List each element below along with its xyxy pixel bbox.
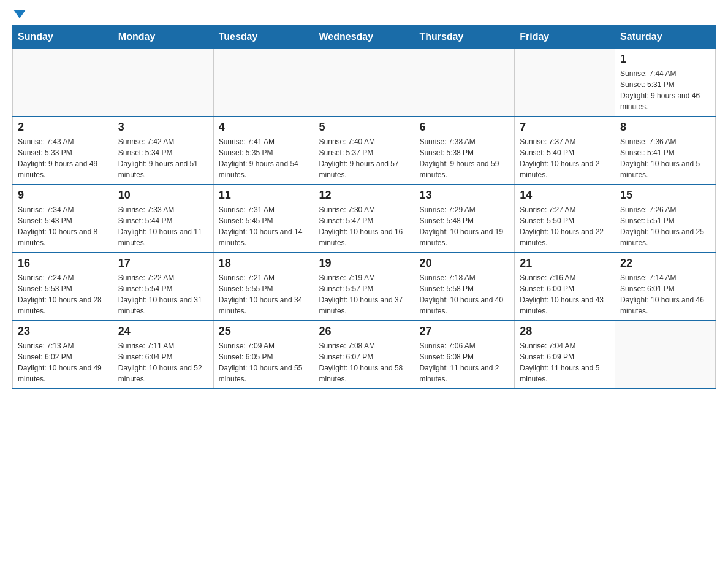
day-number: 23 <box>18 325 108 338</box>
day-number: 17 <box>118 257 208 270</box>
calendar-cell: 19Sunrise: 7:19 AM Sunset: 5:57 PM Dayli… <box>314 253 414 321</box>
day-info: Sunrise: 7:14 AM Sunset: 6:01 PM Dayligh… <box>620 272 710 316</box>
calendar-cell: 14Sunrise: 7:27 AM Sunset: 5:50 PM Dayli… <box>515 185 615 253</box>
day-number: 21 <box>520 257 610 270</box>
day-info: Sunrise: 7:13 AM Sunset: 6:02 PM Dayligh… <box>18 340 108 385</box>
calendar-cell: 18Sunrise: 7:21 AM Sunset: 5:55 PM Dayli… <box>213 253 314 321</box>
day-number: 13 <box>419 189 509 202</box>
day-info: Sunrise: 7:22 AM Sunset: 5:54 PM Dayligh… <box>118 272 208 316</box>
day-info: Sunrise: 7:27 AM Sunset: 5:50 PM Dayligh… <box>520 204 610 248</box>
day-number: 6 <box>419 121 509 134</box>
day-info: Sunrise: 7:04 AM Sunset: 6:09 PM Dayligh… <box>520 340 610 385</box>
day-info: Sunrise: 7:43 AM Sunset: 5:33 PM Dayligh… <box>18 136 108 180</box>
day-info: Sunrise: 7:31 AM Sunset: 5:45 PM Dayligh… <box>219 204 309 248</box>
calendar-week-row: 23Sunrise: 7:13 AM Sunset: 6:02 PM Dayli… <box>13 321 716 389</box>
col-header-friday: Friday <box>515 25 615 49</box>
calendar-cell <box>213 49 314 117</box>
day-number: 18 <box>219 257 309 270</box>
day-number: 20 <box>419 257 509 270</box>
day-number: 27 <box>419 325 509 338</box>
day-number: 3 <box>118 121 208 134</box>
day-number: 28 <box>520 325 610 338</box>
calendar-cell <box>314 49 414 117</box>
col-header-wednesday: Wednesday <box>314 25 414 49</box>
day-info: Sunrise: 7:36 AM Sunset: 5:41 PM Dayligh… <box>620 136 710 180</box>
day-number: 7 <box>520 121 610 134</box>
calendar-cell: 7Sunrise: 7:37 AM Sunset: 5:40 PM Daylig… <box>515 117 615 185</box>
col-header-sunday: Sunday <box>13 25 113 49</box>
day-info: Sunrise: 7:34 AM Sunset: 5:43 PM Dayligh… <box>18 204 108 248</box>
col-header-saturday: Saturday <box>615 25 716 49</box>
day-number: 26 <box>319 325 409 338</box>
logo-triangle-icon <box>13 10 26 18</box>
calendar-cell: 8Sunrise: 7:36 AM Sunset: 5:41 PM Daylig… <box>615 117 716 185</box>
calendar-cell: 26Sunrise: 7:08 AM Sunset: 6:07 PM Dayli… <box>314 321 414 389</box>
day-info: Sunrise: 7:41 AM Sunset: 5:35 PM Dayligh… <box>219 136 309 180</box>
day-number: 14 <box>520 189 610 202</box>
day-info: Sunrise: 7:42 AM Sunset: 5:34 PM Dayligh… <box>118 136 208 180</box>
calendar-cell: 16Sunrise: 7:24 AM Sunset: 5:53 PM Dayli… <box>13 253 113 321</box>
calendar-cell: 2Sunrise: 7:43 AM Sunset: 5:33 PM Daylig… <box>13 117 113 185</box>
calendar-week-row: 16Sunrise: 7:24 AM Sunset: 5:53 PM Dayli… <box>13 253 716 321</box>
day-info: Sunrise: 7:16 AM Sunset: 6:00 PM Dayligh… <box>520 272 610 316</box>
calendar-cell: 3Sunrise: 7:42 AM Sunset: 5:34 PM Daylig… <box>113 117 213 185</box>
day-info: Sunrise: 7:19 AM Sunset: 5:57 PM Dayligh… <box>319 272 409 316</box>
calendar-cell: 15Sunrise: 7:26 AM Sunset: 5:51 PM Dayli… <box>615 185 716 253</box>
calendar-week-row: 9Sunrise: 7:34 AM Sunset: 5:43 PM Daylig… <box>13 185 716 253</box>
day-number: 16 <box>18 257 108 270</box>
calendar-cell: 9Sunrise: 7:34 AM Sunset: 5:43 PM Daylig… <box>13 185 113 253</box>
calendar-cell: 27Sunrise: 7:06 AM Sunset: 6:08 PM Dayli… <box>414 321 515 389</box>
day-info: Sunrise: 7:29 AM Sunset: 5:48 PM Dayligh… <box>419 204 509 248</box>
calendar-header-row: SundayMondayTuesdayWednesdayThursdayFrid… <box>13 25 716 49</box>
day-number: 25 <box>219 325 309 338</box>
day-number: 4 <box>219 121 309 134</box>
logo <box>12 12 26 18</box>
day-info: Sunrise: 7:26 AM Sunset: 5:51 PM Dayligh… <box>620 204 710 248</box>
day-info: Sunrise: 7:44 AM Sunset: 5:31 PM Dayligh… <box>620 68 710 112</box>
calendar-cell <box>615 321 716 389</box>
day-number: 12 <box>319 189 409 202</box>
day-number: 10 <box>118 189 208 202</box>
calendar-cell: 6Sunrise: 7:38 AM Sunset: 5:38 PM Daylig… <box>414 117 515 185</box>
day-number: 15 <box>620 189 710 202</box>
day-info: Sunrise: 7:11 AM Sunset: 6:04 PM Dayligh… <box>118 340 208 385</box>
calendar-cell: 28Sunrise: 7:04 AM Sunset: 6:09 PM Dayli… <box>515 321 615 389</box>
col-header-tuesday: Tuesday <box>213 25 314 49</box>
calendar-cell: 21Sunrise: 7:16 AM Sunset: 6:00 PM Dayli… <box>515 253 615 321</box>
calendar-cell: 13Sunrise: 7:29 AM Sunset: 5:48 PM Dayli… <box>414 185 515 253</box>
calendar-cell: 17Sunrise: 7:22 AM Sunset: 5:54 PM Dayli… <box>113 253 213 321</box>
calendar-cell <box>515 49 615 117</box>
calendar-cell: 12Sunrise: 7:30 AM Sunset: 5:47 PM Dayli… <box>314 185 414 253</box>
day-info: Sunrise: 7:37 AM Sunset: 5:40 PM Dayligh… <box>520 136 610 180</box>
calendar-cell <box>113 49 213 117</box>
day-info: Sunrise: 7:24 AM Sunset: 5:53 PM Dayligh… <box>18 272 108 316</box>
day-info: Sunrise: 7:09 AM Sunset: 6:05 PM Dayligh… <box>219 340 309 385</box>
day-number: 22 <box>620 257 710 270</box>
day-number: 5 <box>319 121 409 134</box>
page-header <box>12 12 716 18</box>
day-info: Sunrise: 7:30 AM Sunset: 5:47 PM Dayligh… <box>319 204 409 248</box>
day-number: 19 <box>319 257 409 270</box>
calendar-cell: 25Sunrise: 7:09 AM Sunset: 6:05 PM Dayli… <box>213 321 314 389</box>
day-info: Sunrise: 7:06 AM Sunset: 6:08 PM Dayligh… <box>419 340 509 385</box>
calendar-week-row: 1Sunrise: 7:44 AM Sunset: 5:31 PM Daylig… <box>13 49 716 117</box>
day-info: Sunrise: 7:40 AM Sunset: 5:37 PM Dayligh… <box>319 136 409 180</box>
calendar-cell: 1Sunrise: 7:44 AM Sunset: 5:31 PM Daylig… <box>615 49 716 117</box>
calendar-cell: 11Sunrise: 7:31 AM Sunset: 5:45 PM Dayli… <box>213 185 314 253</box>
calendar-cell <box>13 49 113 117</box>
calendar-cell: 4Sunrise: 7:41 AM Sunset: 5:35 PM Daylig… <box>213 117 314 185</box>
day-info: Sunrise: 7:21 AM Sunset: 5:55 PM Dayligh… <box>219 272 309 316</box>
col-header-monday: Monday <box>113 25 213 49</box>
col-header-thursday: Thursday <box>414 25 515 49</box>
day-info: Sunrise: 7:33 AM Sunset: 5:44 PM Dayligh… <box>118 204 208 248</box>
day-info: Sunrise: 7:38 AM Sunset: 5:38 PM Dayligh… <box>419 136 509 180</box>
calendar-table: SundayMondayTuesdayWednesdayThursdayFrid… <box>12 25 716 389</box>
calendar-cell: 10Sunrise: 7:33 AM Sunset: 5:44 PM Dayli… <box>113 185 213 253</box>
calendar-cell: 22Sunrise: 7:14 AM Sunset: 6:01 PM Dayli… <box>615 253 716 321</box>
day-number: 2 <box>18 121 108 134</box>
day-info: Sunrise: 7:08 AM Sunset: 6:07 PM Dayligh… <box>319 340 409 385</box>
calendar-cell: 23Sunrise: 7:13 AM Sunset: 6:02 PM Dayli… <box>13 321 113 389</box>
day-number: 8 <box>620 121 710 134</box>
day-info: Sunrise: 7:18 AM Sunset: 5:58 PM Dayligh… <box>419 272 509 316</box>
calendar-week-row: 2Sunrise: 7:43 AM Sunset: 5:33 PM Daylig… <box>13 117 716 185</box>
